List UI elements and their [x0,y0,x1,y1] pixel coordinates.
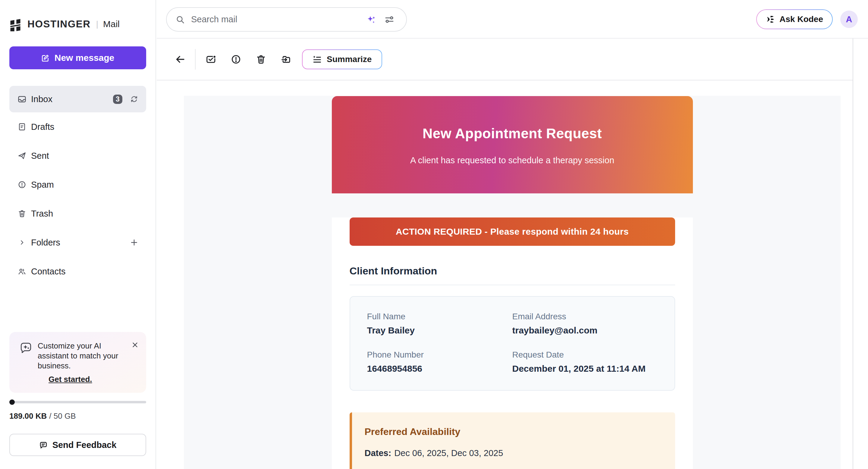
inbox-icon [18,95,27,104]
sidebar-item-drafts[interactable]: Drafts [9,112,146,141]
account-avatar[interactable]: A [840,10,858,28]
back-icon[interactable] [175,54,186,65]
email-message: New Appointment Request A client has req… [332,96,693,469]
search-input[interactable] [190,14,361,25]
brand-name: HOSTINGER [27,19,91,30]
send-feedback-button[interactable]: Send Feedback [9,434,146,456]
ask-kodee-button[interactable]: Ask Kodee [756,9,833,29]
field-label: Email Address [513,312,658,322]
dates-value: Dec 06, 2025, Dec 03, 2025 [394,448,503,458]
sidebar: HOSTINGER | Mail New message [0,0,156,469]
ai-assistant-icon [19,341,33,355]
hostinger-mail-app: HOSTINGER | Mail New message [0,0,868,469]
trash-icon [18,209,27,218]
add-folder-icon[interactable] [130,238,138,247]
sidebar-item-inbox[interactable]: Inbox 3 [9,86,146,112]
unread-count-badge: 3 [113,95,122,104]
refresh-icon[interactable] [130,95,138,103]
storage-progress-bar[interactable] [9,401,146,403]
email-header-banner: New Appointment Request A client has req… [332,96,693,193]
field-value: Tray Bailey [367,325,513,336]
ai-assistant-promo-card: Customize your AI assistant to match you… [9,332,146,393]
storage-usage: 189.00 KB/ 50 GB [9,411,76,421]
sidebar-item-label: Sent [31,151,49,161]
new-message-button[interactable]: New message [9,46,146,69]
sent-icon [18,151,27,160]
email-body: ACTION REQUIRED - Please respond within … [332,217,693,469]
sidebar-item-spam[interactable]: Spam [9,170,146,199]
field-value: December 01, 2025 at 11:14 AM [513,364,658,374]
section-divider [350,284,675,285]
field-label: Request Date [513,350,658,360]
compose-icon [41,54,50,62]
search-filters-icon[interactable] [384,15,394,24]
sidebar-item-label: Inbox [31,94,53,104]
search-bar[interactable] [166,7,407,32]
search-icon [176,15,185,24]
avatar-letter: A [846,14,852,24]
sidebar-item-contacts[interactable]: Contacts [9,257,146,286]
storage-progress-knob[interactable] [9,399,15,405]
sidebar-item-trash[interactable]: Trash [9,199,146,228]
field-phone-number: Phone Number 16468954856 [367,350,513,374]
get-started-link[interactable]: Get started. [49,375,92,384]
feedback-icon [39,441,48,449]
sidebar-item-folders[interactable]: Folders [9,228,146,257]
ai-search-sparkles-icon[interactable] [367,15,376,24]
reading-pane: Summarize New Appointment Request A clie… [157,39,853,469]
field-label: Phone Number [367,350,513,360]
hostinger-logo-icon [9,17,22,31]
brand-separator: | [96,19,98,29]
contacts-icon [18,267,27,276]
summarize-label: Summarize [327,55,372,64]
field-value: 16468954856 [367,364,513,374]
top-bar: Ask Kodee A [157,0,868,39]
field-full-name: Full Name Tray Bailey [367,312,513,336]
client-information-heading: Client Information [350,265,675,277]
delete-icon[interactable] [256,54,266,64]
sidebar-item-sent[interactable]: Sent [9,141,146,170]
sidebar-item-label: Trash [31,209,53,219]
field-request-date: Request Date December 01, 2025 at 11:14 … [513,350,658,374]
sidebar-item-label: Contacts [31,267,65,276]
brand-product: Mail [103,19,120,29]
email-title: New Appointment Request [332,125,693,141]
storage-used: 189.00 KB [9,411,47,421]
sidebar-item-label: Drafts [31,122,54,132]
chevron-right-icon [18,238,27,247]
summarize-button[interactable]: Summarize [302,49,382,69]
availability-dates: Dates:Dec 06, 2025, Dec 03, 2025 [365,448,660,458]
sidebar-item-label: Spam [31,180,54,190]
field-value: traybailey@aol.com [513,325,658,336]
toolbar-divider [195,49,195,70]
message-toolbar: Summarize [157,39,852,80]
folder-nav: Inbox 3 Dra [9,86,146,286]
preferred-availability-section: Preferred Availability Dates:Dec 06, 202… [350,412,675,469]
move-to-folder-icon[interactable] [281,54,291,64]
drafts-icon [18,122,27,131]
availability-heading: Preferred Availability [365,426,660,437]
email-viewport: New Appointment Request A client has req… [184,96,841,469]
brand: HOSTINGER | Mail [9,17,120,31]
field-email-address: Email Address traybailey@aol.com [513,312,658,336]
sidebar-item-label: Folders [31,238,60,247]
close-icon[interactable] [131,341,139,349]
storage-total: / 50 GB [49,411,76,421]
report-spam-icon[interactable] [231,54,241,64]
dates-label: Dates: [365,448,392,458]
client-info-card: Full Name Tray Bailey Email Address tray… [350,296,675,391]
email-subtitle: A client has requested to schedule a the… [332,156,693,165]
spam-icon [18,180,27,189]
main-area: Ask Kodee A [157,0,868,469]
send-feedback-label: Send Feedback [53,440,117,450]
ask-kodee-label: Ask Kodee [779,14,823,24]
new-message-label: New message [55,53,114,63]
ai-promo-text: Customize your AI assistant to match you… [38,341,129,371]
mark-as-read-icon[interactable] [206,54,216,64]
kodee-icon [766,15,775,24]
summarize-icon [313,55,321,64]
field-label: Full Name [367,312,513,322]
action-required-banner: ACTION REQUIRED - Please respond within … [350,217,675,246]
